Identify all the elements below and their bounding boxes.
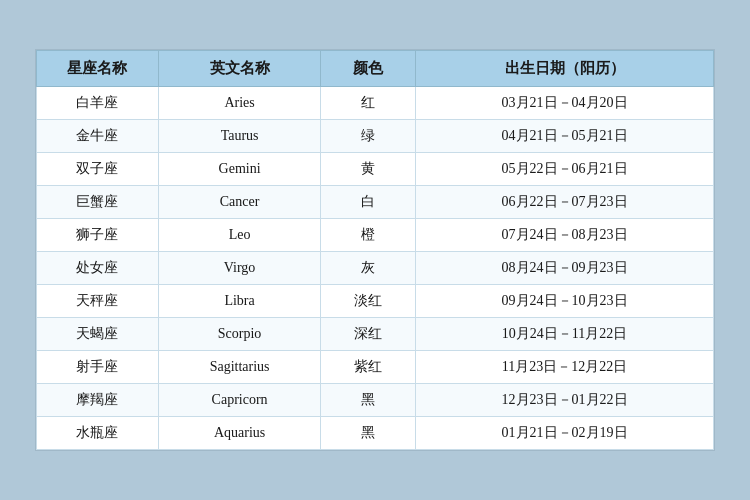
table-row: 摩羯座Capricorn黑12月23日－01月22日 <box>37 384 714 417</box>
table-row: 天秤座Libra淡红09月24日－10月23日 <box>37 285 714 318</box>
cell-color: 红 <box>321 87 416 120</box>
cell-en-name: Aquarius <box>158 417 320 450</box>
table-row: 射手座Sagittarius紫红11月23日－12月22日 <box>37 351 714 384</box>
cell-date: 11月23日－12月22日 <box>416 351 714 384</box>
cell-zh-name: 射手座 <box>37 351 159 384</box>
cell-color: 绿 <box>321 120 416 153</box>
cell-color: 黑 <box>321 384 416 417</box>
table-row: 狮子座Leo橙07月24日－08月23日 <box>37 219 714 252</box>
cell-date: 07月24日－08月23日 <box>416 219 714 252</box>
table-row: 天蝎座Scorpio深红10月24日－11月22日 <box>37 318 714 351</box>
cell-color: 紫红 <box>321 351 416 384</box>
cell-date: 09月24日－10月23日 <box>416 285 714 318</box>
header-date: 出生日期（阳历） <box>416 51 714 87</box>
zodiac-table-container: 星座名称 英文名称 颜色 出生日期（阳历） 白羊座Aries红03月21日－04… <box>35 49 715 451</box>
table-row: 水瓶座Aquarius黑01月21日－02月19日 <box>37 417 714 450</box>
cell-zh-name: 双子座 <box>37 153 159 186</box>
cell-en-name: Sagittarius <box>158 351 320 384</box>
cell-date: 04月21日－05月21日 <box>416 120 714 153</box>
cell-zh-name: 狮子座 <box>37 219 159 252</box>
cell-en-name: Gemini <box>158 153 320 186</box>
cell-color: 深红 <box>321 318 416 351</box>
table-row: 巨蟹座Cancer白06月22日－07月23日 <box>37 186 714 219</box>
zodiac-table: 星座名称 英文名称 颜色 出生日期（阳历） 白羊座Aries红03月21日－04… <box>36 50 714 450</box>
table-row: 处女座Virgo灰08月24日－09月23日 <box>37 252 714 285</box>
cell-en-name: Libra <box>158 285 320 318</box>
cell-date: 06月22日－07月23日 <box>416 186 714 219</box>
table-row: 双子座Gemini黄05月22日－06月21日 <box>37 153 714 186</box>
cell-en-name: Taurus <box>158 120 320 153</box>
header-color: 颜色 <box>321 51 416 87</box>
cell-en-name: Cancer <box>158 186 320 219</box>
cell-zh-name: 天蝎座 <box>37 318 159 351</box>
header-zh-name: 星座名称 <box>37 51 159 87</box>
cell-zh-name: 水瓶座 <box>37 417 159 450</box>
cell-date: 01月21日－02月19日 <box>416 417 714 450</box>
cell-zh-name: 白羊座 <box>37 87 159 120</box>
cell-zh-name: 处女座 <box>37 252 159 285</box>
cell-zh-name: 金牛座 <box>37 120 159 153</box>
table-row: 金牛座Taurus绿04月21日－05月21日 <box>37 120 714 153</box>
table-body: 白羊座Aries红03月21日－04月20日金牛座Taurus绿04月21日－0… <box>37 87 714 450</box>
cell-date: 10月24日－11月22日 <box>416 318 714 351</box>
cell-zh-name: 巨蟹座 <box>37 186 159 219</box>
table-row: 白羊座Aries红03月21日－04月20日 <box>37 87 714 120</box>
cell-color: 黑 <box>321 417 416 450</box>
cell-en-name: Leo <box>158 219 320 252</box>
cell-date: 05月22日－06月21日 <box>416 153 714 186</box>
cell-en-name: Virgo <box>158 252 320 285</box>
cell-color: 橙 <box>321 219 416 252</box>
cell-en-name: Scorpio <box>158 318 320 351</box>
cell-date: 08月24日－09月23日 <box>416 252 714 285</box>
cell-date: 12月23日－01月22日 <box>416 384 714 417</box>
cell-date: 03月21日－04月20日 <box>416 87 714 120</box>
cell-color: 黄 <box>321 153 416 186</box>
cell-color: 白 <box>321 186 416 219</box>
table-header-row: 星座名称 英文名称 颜色 出生日期（阳历） <box>37 51 714 87</box>
cell-en-name: Aries <box>158 87 320 120</box>
cell-color: 灰 <box>321 252 416 285</box>
cell-zh-name: 天秤座 <box>37 285 159 318</box>
header-en-name: 英文名称 <box>158 51 320 87</box>
cell-en-name: Capricorn <box>158 384 320 417</box>
cell-color: 淡红 <box>321 285 416 318</box>
cell-zh-name: 摩羯座 <box>37 384 159 417</box>
